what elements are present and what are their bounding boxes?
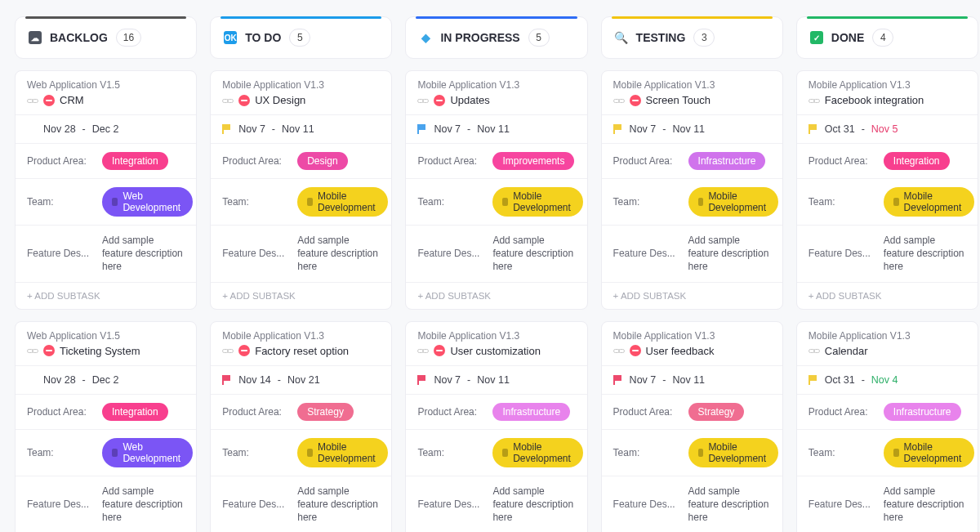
priority-flag-icon — [417, 124, 427, 134]
team-chip[interactable]: Mobile Development — [492, 187, 583, 217]
product-area-chip[interactable]: Integration — [102, 152, 168, 170]
product-area-label: Product Area: — [27, 406, 94, 418]
task-title: Screen Touch — [646, 94, 710, 106]
blocked-icon — [238, 345, 250, 356]
priority-flag-icon — [808, 124, 818, 134]
product-area-chip[interactable]: Infrastructure — [688, 152, 766, 170]
start-date: Nov 7 — [238, 123, 265, 135]
feature-des-label: Feature Des... — [808, 498, 875, 510]
column-title: TO DO — [245, 31, 281, 44]
product-area-chip[interactable]: Strategy — [297, 403, 354, 421]
chip-text: Strategy — [307, 406, 344, 418]
column-header-backlog[interactable]: ☁BACKLOG16 — [15, 16, 197, 59]
column-count: 16 — [116, 29, 141, 47]
team-chip[interactable]: Mobile Development — [884, 438, 974, 467]
team-label: Team: — [27, 196, 94, 208]
subtask-icon — [613, 95, 625, 106]
task-card[interactable]: Mobile Application V1.3UpdatesNov 7-Nov … — [405, 70, 587, 310]
task-title: Facebook integration — [825, 94, 924, 106]
add-subtask-button[interactable]: + ADD SUBTASK — [602, 283, 782, 309]
subtask-icon — [222, 345, 234, 356]
project-label: Mobile Application V1.3 — [613, 330, 771, 342]
team-label: Team: — [613, 196, 680, 208]
feature-description[interactable]: Add sample feature description here — [102, 234, 185, 274]
task-card[interactable]: Mobile Application V1.3CalendarOct 31-No… — [796, 321, 978, 532]
feature-description[interactable]: Add sample feature description here — [492, 485, 575, 525]
feature-description[interactable]: Add sample feature description here — [297, 234, 380, 274]
team-label: Team: — [417, 196, 484, 208]
feature-description[interactable]: Add sample feature description here — [102, 485, 185, 525]
subtask-icon — [417, 345, 429, 356]
blocked-icon — [630, 345, 641, 356]
team-chip[interactable]: Web Development — [102, 438, 193, 467]
project-label: Web Application V1.5 — [27, 79, 185, 91]
product-area-chip[interactable]: Design — [297, 152, 347, 170]
feature-des-label: Feature Des... — [613, 248, 680, 259]
blocked-icon — [434, 95, 445, 106]
feature-description[interactable]: Add sample feature description here — [884, 234, 966, 274]
task-title: Ticketing System — [60, 345, 140, 357]
feature-description[interactable]: Add sample feature description here — [688, 234, 771, 274]
column-header-testing[interactable]: 🔍TESTING3 — [601, 16, 783, 59]
product-area-chip[interactable]: Infrastructure — [884, 403, 961, 421]
task-card[interactable]: Web Application V1.5Ticketing SystemNov … — [15, 321, 197, 532]
start-date: Nov 7 — [630, 123, 657, 135]
product-area-chip[interactable]: Strategy — [688, 403, 745, 421]
subtask-icon — [808, 95, 820, 106]
column-header-todo[interactable]: OKTO DO5 — [210, 16, 392, 59]
feature-description[interactable]: Add sample feature description here — [884, 485, 966, 525]
chip-text: Mobile Development — [513, 441, 573, 464]
task-title: UX Design — [255, 94, 305, 106]
blocked-icon — [630, 95, 641, 106]
product-area-chip[interactable]: Integration — [884, 152, 950, 170]
add-subtask-button[interactable]: + ADD SUBTASK — [406, 283, 586, 309]
team-chip[interactable]: Mobile Development — [884, 187, 974, 217]
chip-text: Integration — [893, 155, 940, 167]
product-area-chip[interactable]: Infrastructure — [492, 403, 570, 421]
task-card[interactable]: Mobile Application V1.3UX DesignNov 7-No… — [210, 70, 392, 310]
team-chip[interactable]: Mobile Development — [297, 187, 388, 217]
date-dash: - — [467, 374, 470, 386]
date-dash: - — [82, 374, 86, 386]
column-header-done[interactable]: ✓DONE4 — [796, 16, 978, 59]
subtask-icon — [27, 95, 38, 106]
team-chip[interactable]: Mobile Development — [492, 438, 583, 467]
team-chip[interactable]: Mobile Development — [688, 438, 779, 467]
team-chip[interactable]: Web Development — [102, 187, 193, 217]
task-card[interactable]: Web Application V1.5CRMNov 28-Dec 2Produ… — [15, 70, 197, 310]
task-card[interactable]: Mobile Application V1.3Factory reset opt… — [210, 321, 392, 532]
subtask-icon — [808, 345, 820, 356]
feature-description[interactable]: Add sample feature description here — [492, 234, 575, 274]
column-header-inprogress[interactable]: ◆IN PROGRESS5 — [405, 16, 587, 59]
end-date: Dec 2 — [92, 123, 119, 135]
feature-description[interactable]: Add sample feature description here — [297, 485, 380, 525]
feature-des-label: Feature Des... — [222, 498, 289, 510]
task-card[interactable]: Mobile Application V1.3Facebook integrat… — [796, 70, 978, 310]
feature-description[interactable]: Add sample feature description here — [688, 485, 771, 525]
product-area-chip[interactable]: Improvements — [492, 152, 574, 170]
end-date: Nov 21 — [287, 374, 320, 386]
chip-text: Improvements — [502, 155, 564, 167]
end-date: Nov 4 — [871, 374, 898, 386]
column-title: TESTING — [636, 31, 686, 44]
product-area-label: Product Area: — [417, 155, 484, 167]
priority-flag-icon — [808, 375, 818, 385]
team-chip[interactable]: Mobile Development — [688, 187, 779, 217]
blocked-icon — [434, 345, 445, 356]
add-subtask-button[interactable]: + ADD SUBTASK — [16, 283, 196, 309]
feature-des-label: Feature Des... — [613, 498, 680, 510]
add-subtask-button[interactable]: + ADD SUBTASK — [211, 283, 391, 309]
add-subtask-button[interactable]: + ADD SUBTASK — [797, 283, 978, 309]
kanban-column-backlog: ☁BACKLOG16Web Application V1.5CRMNov 28-… — [15, 16, 197, 532]
task-title: Factory reset option — [255, 345, 349, 357]
product-area-label: Product Area: — [808, 406, 875, 418]
team-chip[interactable]: Mobile Development — [297, 438, 388, 467]
task-card[interactable]: Mobile Application V1.3User customizatio… — [405, 321, 587, 532]
end-date: Nov 11 — [477, 123, 510, 135]
team-color-icon — [307, 449, 313, 457]
blocked-icon — [238, 95, 250, 106]
product-area-chip[interactable]: Integration — [102, 403, 168, 421]
project-label: Mobile Application V1.3 — [613, 79, 771, 91]
task-card[interactable]: Mobile Application V1.3User feedbackNov … — [601, 321, 783, 532]
task-card[interactable]: Mobile Application V1.3Screen TouchNov 7… — [601, 70, 783, 310]
